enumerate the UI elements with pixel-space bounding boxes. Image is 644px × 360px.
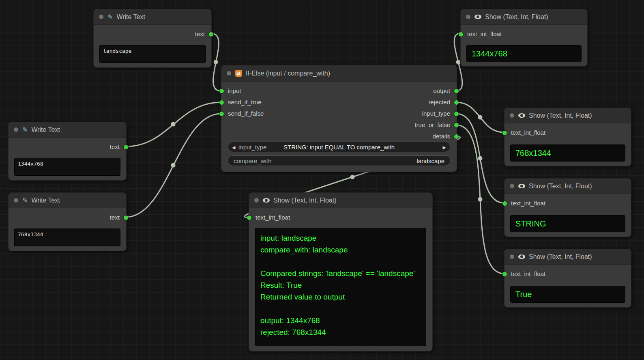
text-input[interactable]: landscape [99,45,206,63]
show-value-multiline: input: landscape compare_with: landscape… [255,228,426,346]
node-header[interactable]: Show (Text, Int, Float) [504,179,631,194]
output-port-rejected[interactable] [454,100,459,105]
node-title: Write Text [116,13,145,21]
collapse-dot[interactable] [254,198,259,203]
field-label: compare_with [234,156,271,166]
input-row-send-if-true: send_if_true [221,97,309,108]
node-header[interactable]: ✎ Write Text [94,9,211,25]
quill-icon: ✎ [22,197,28,204]
node-title: Write Text [31,197,60,204]
node-title: Show (Text, Int, Float) [485,13,548,21]
shuffle-icon: ⇄ [235,70,242,77]
input-port-input[interactable] [219,88,224,94]
node-header[interactable]: ✎ Write Text [9,193,126,208]
collapse-dot[interactable] [226,71,232,76]
port-label: rejected [429,99,450,106]
node-title: Show (Text, Int, Float) [529,112,592,119]
input-row-text-int-float: text_int_float [504,269,584,279]
node-title: Show (Text, Int, Float) [529,253,592,261]
combo-next-icon[interactable]: ▶ [443,142,446,153]
show-value: True [510,286,625,303]
node-header[interactable]: Show (Text, Int, Float) [504,108,631,123]
output-port-text[interactable] [123,215,129,220]
output-port-text[interactable] [123,144,129,150]
input-row-text-int-float: text_int_float [249,212,337,223]
output-row-true-or-false: true_or_false [369,120,457,130]
output-port-input-type[interactable] [454,111,459,116]
node-header[interactable]: ✎ Write Text [9,122,126,138]
port-label: input [228,87,241,94]
collapse-dot[interactable] [466,14,471,19]
port-label: text_int_float [467,30,502,37]
input-port-send-if-false[interactable] [219,111,224,116]
output-port-text[interactable] [208,32,214,37]
text-input[interactable]: 768x1344 [14,229,120,246]
node-graph-canvas[interactable]: ✎ Write Text text landscape ✎ Write Text… [0,0,644,360]
port-label: text [110,143,120,150]
node-if-else[interactable]: ⇄ If-Else (input / compare_with) input s… [221,65,457,172]
output-row-details: details [369,131,457,142]
node-header[interactable]: ⇄ If-Else (input / compare_with) [221,65,457,82]
node-show-true-or-false[interactable]: Show (Text, Int, Float) text_int_float T… [504,249,631,308]
input-port-text-int-float[interactable] [247,215,252,220]
eye-icon [518,184,525,188]
collapse-dot[interactable] [99,14,104,19]
port-label: text_int_float [511,129,545,136]
collapse-dot[interactable] [509,254,515,259]
output-row-output: output [369,86,457,96]
port-label: text [110,214,120,221]
node-show-rejected[interactable]: Show (Text, Int, Float) text_int_float 7… [504,108,631,166]
link-midpoint-dot [171,122,176,127]
collapse-dot[interactable] [13,198,19,203]
node-show-output[interactable]: Show (Text, Int, Float) text_int_float 1… [460,9,588,67]
input-type-combo[interactable]: ◀ input_type STRING: input EQUAL TO comp… [228,142,451,152]
show-value: 1344x768 [466,45,582,62]
node-show-input-type[interactable]: Show (Text, Int, Float) text_int_float S… [504,178,631,237]
input-port-text-int-float[interactable] [502,130,507,136]
collapse-dot[interactable] [13,127,19,132]
input-row-text-int-float: text_int_float [504,198,584,209]
combo-prev-icon[interactable]: ◀ [232,142,235,153]
node-write-text-2[interactable]: ✎ Write Text text 1344x768 [8,122,127,181]
combo-label: input_type [238,142,266,153]
collapse-dot[interactable] [509,113,515,118]
eye-icon [518,113,525,118]
collapse-dot[interactable] [509,183,515,189]
eye-icon [518,254,525,259]
port-label: text_int_float [511,270,545,277]
input-row-input: input [221,86,309,96]
input-port-text-int-float[interactable] [458,32,464,37]
link-midpoint-dot [171,163,176,168]
quill-icon: ✎ [22,127,28,133]
output-port-output[interactable] [454,88,459,94]
link-midpoint-dot [350,175,355,179]
node-title: Show (Text, Int, Float) [529,183,592,190]
node-write-text-1[interactable]: ✎ Write Text text landscape [93,9,212,68]
input-port-text-int-float[interactable] [502,272,507,277]
port-label: send_if_true [228,99,262,106]
link-midpoint-dot [478,197,483,202]
node-show-details[interactable]: Show (Text, Int, Float) text_int_float i… [249,192,433,351]
input-row-send-if-false: send_if_false [221,108,309,119]
output-row-input-type: input_type [369,108,457,119]
node-header[interactable]: Show (Text, Int, Float) [504,249,631,265]
node-header[interactable]: Show (Text, Int, Float) [461,9,587,25]
combo-value: STRING: input EQUAL TO compare_with [283,144,395,151]
input-row-text-int-float: text_int_float [504,127,584,138]
input-port-text-int-float[interactable] [502,201,507,206]
input-port-send-if-true[interactable] [219,100,224,105]
eye-icon [474,15,481,19]
node-header[interactable]: Show (Text, Int, Float) [249,193,432,208]
node-title: Write Text [31,126,60,134]
compare-with-field[interactable]: compare_with landscape [228,155,451,166]
text-input[interactable]: 1344x768 [14,158,120,176]
output-port-details[interactable] [454,134,459,139]
port-label: input_type [422,110,450,117]
port-label: text_int_float [511,200,545,207]
port-label: text_int_float [255,214,290,221]
output-port-true-or-false[interactable] [454,123,459,128]
node-title: If-Else (input / compare_with) [246,70,330,77]
port-label: true_or_false [414,121,450,128]
port-label: output [433,87,450,94]
node-write-text-3[interactable]: ✎ Write Text text 768x1344 [8,192,127,251]
